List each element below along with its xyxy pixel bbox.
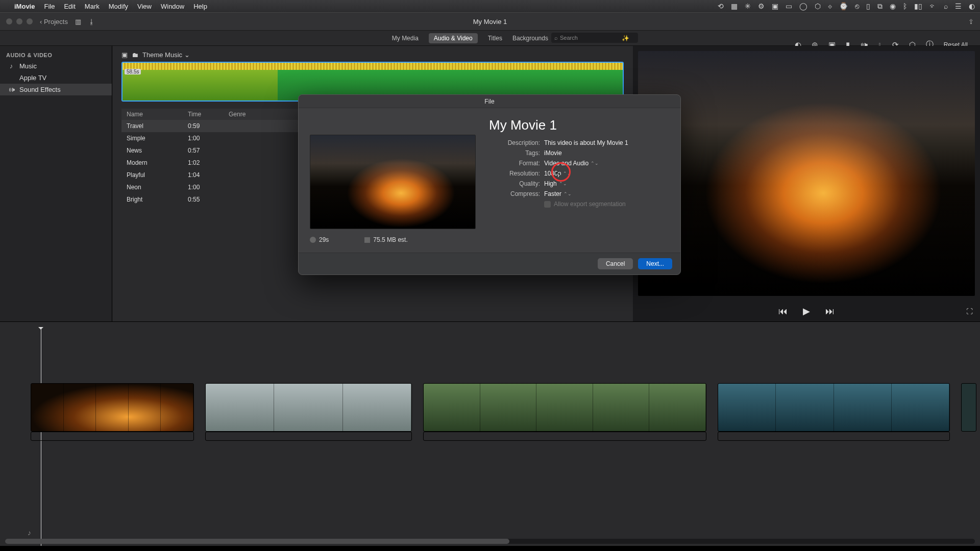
timeline[interactable]: ♪ (0, 321, 980, 546)
duration-icon (310, 237, 316, 243)
wifi-icon[interactable]: ᯤ (929, 2, 937, 11)
menu-modify[interactable]: Modify (109, 3, 128, 10)
export-duration: 29s (319, 236, 329, 243)
group-selector[interactable]: Theme Music ⌄ (142, 51, 190, 59)
view-mode-icon[interactable]: ▣ (121, 51, 128, 59)
control-center-icon[interactable]: ☰ (955, 2, 962, 11)
export-file-dialog: File My Movie 1 Description:This video i… (298, 94, 681, 275)
cancel-button[interactable]: Cancel (598, 258, 633, 269)
status-icon[interactable]: ▣ (772, 2, 778, 11)
label-resolution: Resolution: (489, 170, 540, 177)
timeline-clip[interactable] (718, 383, 950, 432)
clip-duration-badge: 58.5s (125, 69, 141, 74)
format-select[interactable]: Video and Audio⌃⌄ (544, 160, 599, 167)
tab-backgrounds[interactable]: Backgrounds (512, 35, 548, 42)
description-field[interactable]: This video is about My Movie 1 (544, 139, 628, 146)
label-quality: Quality: (489, 180, 540, 187)
status-icons: ⟲ ▦ ✳ ⚙ ▣ ▭ ◯ ⬡ ⟐ ⌚ ⎋ ▯ ⧉ ◉ ᛒ ▮▯ ᯤ ⌕ ☰ ◐ (718, 2, 975, 11)
battery-icon[interactable]: ▮▯ (914, 2, 922, 11)
search-icon: ⌕ (554, 35, 558, 41)
play-button[interactable]: ▶ (803, 306, 810, 317)
next-button[interactable]: ⏭ (825, 306, 835, 317)
sidebar-item-sound-effects[interactable]: 🕪 Sound Effects (0, 84, 112, 95)
status-icon[interactable]: ⟐ (828, 2, 832, 11)
status-icon[interactable]: ⬡ (815, 2, 821, 11)
timeline-clip[interactable] (205, 383, 412, 432)
siri-icon[interactable]: ◐ (969, 2, 975, 11)
preview-canvas[interactable] (638, 51, 975, 296)
label-description: Description: (489, 139, 540, 146)
sidebar-item-label: Sound Effects (19, 86, 61, 93)
label-format: Format: (489, 160, 540, 167)
export-thumbnail (310, 135, 476, 229)
status-icon[interactable]: ⌚ (839, 2, 848, 11)
window-toolbar: ‹ Projects ▥ ⭳ My Movie 1 ⇪ (0, 12, 980, 31)
transport-controls: ⏮ ▶ ⏭ (633, 301, 980, 321)
back-to-projects[interactable]: ‹ Projects (40, 18, 68, 26)
tab-my-media[interactable]: My Media (392, 35, 419, 42)
col-time[interactable]: Time (183, 109, 224, 120)
label-tags: Tags: (489, 149, 540, 157)
timeline-clip[interactable] (31, 383, 194, 432)
menu-window[interactable]: Window (161, 3, 184, 10)
sidebar-item-label: Apple TV (19, 74, 46, 82)
dialog-title: File (299, 95, 680, 108)
enhance-icon[interactable]: ✨ (622, 35, 629, 42)
menu-edit[interactable]: Edit (64, 3, 75, 10)
timeline-clip[interactable] (961, 383, 976, 432)
window-title: My Movie 1 (473, 18, 507, 26)
status-icon[interactable]: ⎋ (855, 2, 859, 11)
export-segmentation-checkbox: Allow export segmentation (544, 201, 669, 208)
status-icon[interactable]: ▭ (786, 2, 792, 11)
prev-button[interactable]: ⏮ (778, 306, 788, 317)
bluetooth-icon[interactable]: ᛒ (903, 2, 907, 11)
sidebar-item-music[interactable]: ♪ Music (0, 60, 112, 72)
export-movie-title: My Movie 1 (489, 117, 669, 133)
menu-help[interactable]: Help (193, 3, 207, 10)
share-icon[interactable]: ⇪ (968, 18, 974, 26)
col-name[interactable]: Name (121, 109, 183, 120)
status-icon[interactable]: ✳ (745, 2, 751, 11)
label-compress: Compress: (489, 190, 540, 197)
window-controls[interactable] (6, 18, 33, 24)
sidebar-header: AUDIO & VIDEO (0, 50, 112, 60)
status-icon[interactable]: ◉ (890, 2, 896, 11)
app-menu[interactable]: iMovie (14, 3, 35, 10)
timeline-clip[interactable] (423, 383, 706, 432)
preview-viewer: ⏮ ▶ ⏭ ⛶ ▂ ▄ Settings (633, 46, 980, 321)
timeline-scrollbar[interactable] (5, 539, 975, 544)
resolution-select[interactable]: 1080p⌃⌄ (544, 170, 571, 177)
sound-icon: 🕪 (7, 86, 15, 93)
audio-lane-toggle[interactable]: ♪ (28, 529, 31, 537)
spotlight-icon[interactable]: ⌕ (944, 2, 948, 11)
status-icon[interactable]: ▯ (866, 2, 870, 11)
sidebar-item-label: Music (19, 62, 37, 70)
sidebar-item-apple-tv[interactable]: Apple TV (0, 72, 112, 84)
quality-select[interactable]: High⌃⌄ (544, 180, 567, 187)
tab-audio-video[interactable]: Audio & Video (429, 33, 478, 43)
menu-view[interactable]: View (137, 3, 152, 10)
compress-select[interactable]: Faster⌃⌄ (544, 190, 572, 197)
library-list-icon[interactable]: ▥ (75, 18, 81, 26)
menu-mark[interactable]: Mark (85, 3, 100, 10)
tab-titles[interactable]: Titles (488, 35, 502, 42)
folder-icon: 🖿 (132, 51, 138, 59)
next-button[interactable]: Next... (638, 258, 672, 269)
media-sidebar: AUDIO & VIDEO ♪ Music Apple TV 🕪 Sound E… (0, 46, 112, 321)
status-icon[interactable]: ⧉ (877, 2, 883, 11)
tags-field[interactable]: iMovie (544, 149, 562, 157)
mac-menubar: iMovie File Edit Mark Modify View Window… (0, 0, 980, 12)
music-icon: ♪ (7, 62, 15, 70)
status-icon[interactable]: ◯ (799, 2, 807, 11)
export-filesize: 75.5 MB est. (373, 236, 407, 243)
status-icon[interactable]: ⚙ (758, 2, 765, 11)
search-placeholder: Search (560, 35, 578, 41)
fullscreen-icon[interactable]: ⛶ (966, 308, 973, 315)
menu-file[interactable]: File (44, 3, 55, 10)
filesize-icon (364, 237, 370, 243)
status-icon[interactable]: ⟲ (718, 2, 724, 11)
import-icon[interactable]: ⭳ (88, 18, 95, 26)
status-icon[interactable]: ▦ (731, 2, 738, 11)
